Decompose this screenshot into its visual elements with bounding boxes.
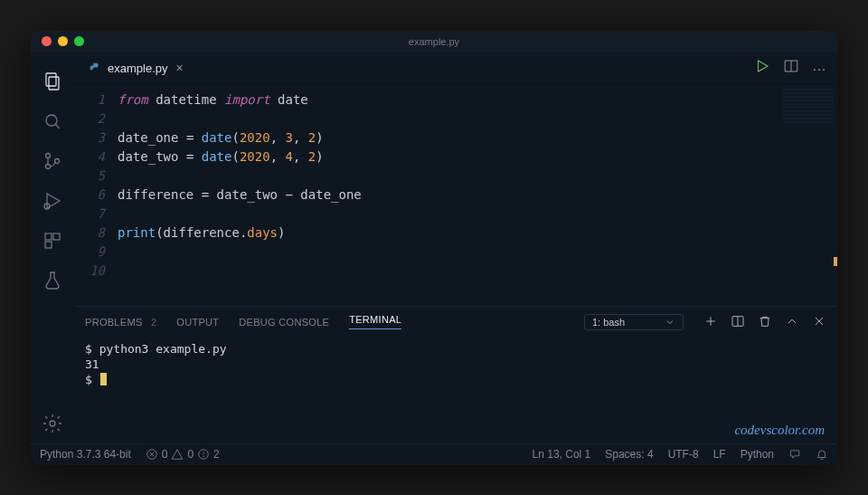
tab-debug-console[interactable]: DEBUG CONSOLE (239, 317, 329, 328)
panel-tab-bar: PROBLEMS 2 OUTPUT DEBUG CONSOLE TERMINAL… (74, 307, 837, 338)
tab-problems[interactable]: PROBLEMS 2 (85, 317, 156, 328)
line-number: 5 (74, 167, 105, 186)
activity-bar (31, 52, 74, 443)
tab-bar: example.py × … (74, 52, 837, 85)
svg-point-12 (50, 421, 55, 426)
line-number: 3 (74, 129, 105, 148)
close-tab-icon[interactable]: × (175, 61, 183, 75)
overview-ruler-mark (834, 257, 837, 266)
minimap[interactable] (783, 89, 834, 123)
code-area[interactable]: from datetime import date date_one = dat… (118, 85, 362, 306)
titlebar: example.py (31, 31, 837, 52)
more-actions-button[interactable]: … (812, 58, 826, 78)
run-debug-icon[interactable] (31, 181, 74, 221)
status-language[interactable]: Python (741, 448, 774, 461)
svg-marker-14 (759, 61, 769, 71)
code-line[interactable] (118, 243, 362, 262)
code-line[interactable]: from datetime import date (118, 90, 362, 109)
line-number: 7 (74, 205, 105, 224)
line-number: 6 (74, 186, 105, 205)
search-icon[interactable] (31, 101, 74, 141)
terminal-body[interactable]: $ python3 example.py31$ codevscolor.com (74, 338, 837, 443)
editor[interactable]: 12345678910 from datetime import date da… (74, 85, 837, 306)
svg-rect-11 (45, 242, 52, 248)
maximize-panel-button[interactable] (785, 314, 799, 330)
code-line[interactable]: date_two = date(2020, 4, 2) (118, 148, 362, 167)
tab-example[interactable]: example.py × (78, 52, 193, 84)
svg-point-5 (46, 164, 51, 168)
svg-marker-7 (47, 194, 60, 208)
svg-rect-10 (53, 233, 60, 240)
line-number: 8 (74, 224, 105, 243)
editor-actions: … (754, 58, 837, 78)
close-window-dot[interactable] (42, 36, 52, 46)
terminal-selector[interactable]: 1: bash (584, 314, 684, 330)
line-gutter: 12345678910 (74, 85, 118, 306)
line-number: 4 (74, 148, 105, 167)
tab-output[interactable]: OUTPUT (176, 317, 219, 328)
tab-terminal[interactable]: TERMINAL (349, 314, 401, 329)
svg-point-13 (93, 64, 94, 65)
extensions-icon[interactable] (31, 221, 74, 261)
status-bar: Python 3.7.3 64-bit 0 0 2 Ln 13, Col 1 S… (31, 443, 837, 465)
terminal-cursor (100, 373, 107, 386)
line-number: 10 (74, 262, 105, 281)
svg-point-4 (46, 153, 51, 157)
window-title: example.py (409, 36, 459, 47)
svg-line-3 (56, 124, 61, 129)
line-number: 2 (74, 109, 105, 129)
kill-terminal-button[interactable] (758, 314, 772, 330)
chevron-down-icon (665, 317, 675, 328)
svg-rect-0 (46, 73, 56, 86)
traffic-lights (42, 36, 84, 46)
code-line[interactable] (118, 262, 362, 281)
svg-rect-9 (45, 233, 52, 240)
status-cursor[interactable]: Ln 13, Col 1 (533, 448, 591, 461)
code-line[interactable] (118, 109, 362, 129)
terminal-line: 31 (85, 357, 826, 372)
status-interpreter[interactable]: Python 3.7.3 64-bit (40, 448, 131, 461)
split-terminal-button[interactable] (731, 314, 745, 330)
python-file-icon (89, 62, 101, 74)
status-bell-icon[interactable] (816, 448, 828, 461)
code-line[interactable] (118, 205, 362, 224)
status-encoding[interactable]: UTF-8 (668, 448, 699, 461)
close-panel-button[interactable] (812, 314, 826, 330)
code-line[interactable] (118, 167, 362, 186)
terminal-line: $ python3 example.py (85, 341, 826, 357)
watermark: codevscolor.com (734, 423, 825, 438)
line-number: 1 (74, 90, 105, 109)
settings-gear-icon[interactable] (31, 404, 74, 443)
testing-icon[interactable] (31, 261, 74, 300)
explorer-icon[interactable] (31, 62, 74, 101)
status-eol[interactable]: LF (713, 448, 726, 461)
status-spaces[interactable]: Spaces: 4 (605, 448, 653, 461)
line-number: 9 (74, 243, 105, 262)
minimize-window-dot[interactable] (58, 36, 68, 46)
new-terminal-button[interactable] (703, 314, 718, 330)
svg-point-28 (203, 456, 204, 457)
code-line[interactable]: date_one = date(2020, 3, 2) (118, 129, 362, 148)
tab-filename: example.py (108, 62, 167, 75)
terminal-line: $ (85, 372, 826, 387)
source-control-icon[interactable] (31, 141, 74, 181)
window-body: example.py × … 12345678910 from datetime… (31, 52, 837, 443)
status-diagnostics[interactable]: 0 0 2 (146, 448, 220, 461)
svg-point-2 (46, 115, 57, 126)
run-file-button[interactable] (754, 58, 770, 78)
svg-rect-1 (49, 77, 59, 90)
split-editor-button[interactable] (783, 58, 799, 78)
main-area: example.py × … 12345678910 from datetime… (74, 52, 837, 443)
vscode-window: example.py (31, 31, 837, 465)
code-line[interactable]: print(difference.days) (118, 224, 362, 243)
bottom-panel: PROBLEMS 2 OUTPUT DEBUG CONSOLE TERMINAL… (74, 306, 837, 443)
zoom-window-dot[interactable] (74, 36, 84, 46)
code-line[interactable]: difference = date_two − date_one (118, 186, 362, 205)
status-feedback-icon[interactable] (788, 448, 801, 461)
